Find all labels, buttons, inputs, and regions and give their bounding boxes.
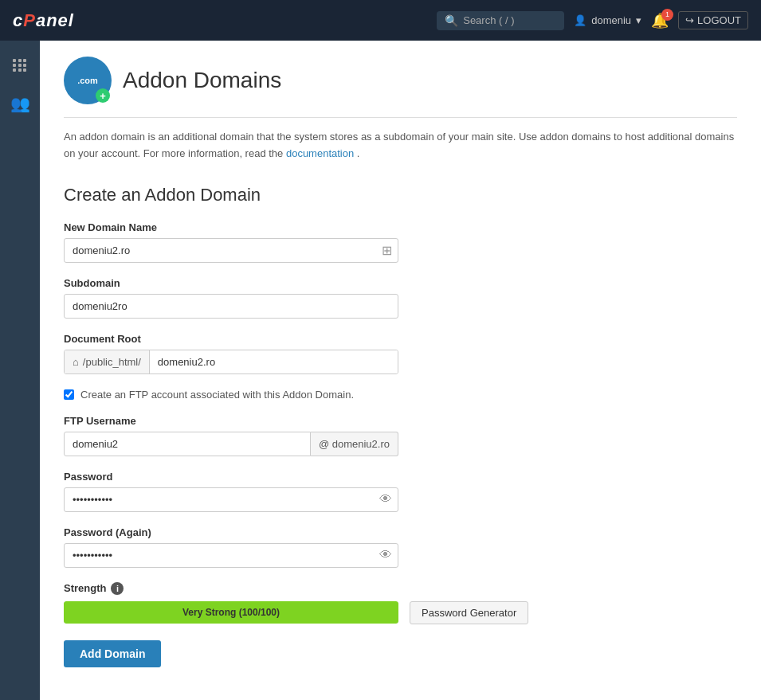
ftp-checkbox-row: Create an FTP account associated with th… (64, 389, 737, 401)
doc-root-prefix: ⌂ /public_html/ (65, 350, 150, 373)
strength-label-row: Strength i (64, 582, 737, 595)
subdomain-label: Subdomain (64, 277, 737, 289)
search-icon: 🔍 (445, 14, 458, 27)
page-header: .com + Addon Domains (64, 57, 737, 104)
new-domain-group: New Domain Name ⊞ (64, 221, 737, 263)
doc-root-label: Document Root (64, 333, 737, 345)
logout-button[interactable]: ↪ LOGOUT (678, 11, 748, 29)
page-icon-badge: + (96, 88, 110, 103)
strength-group: Strength i Very Strong (100/100) Passwor… (64, 582, 737, 624)
add-domain-button[interactable]: Add Domain (64, 640, 161, 667)
page-title: Addon Domains (123, 68, 281, 93)
password-field-wrapper: 👁 (64, 487, 398, 512)
doc-root-row: ⌂ /public_html/ (64, 350, 398, 374)
domain-input-icon: ⊞ (382, 243, 392, 258)
user-menu[interactable]: 👤 domeniu ▾ (574, 14, 641, 26)
logout-label: LOGOUT (697, 14, 741, 26)
new-domain-label: New Domain Name (64, 221, 737, 233)
main-layout: 👥 .com + Addon Domains An addon domain i… (0, 41, 761, 700)
password-generator-button[interactable]: Password Generator (410, 601, 528, 624)
main-content: .com + Addon Domains An addon domain is … (40, 41, 761, 700)
top-navigation: cPanel 🔍 Search ( / ) 👤 domeniu ▾ 🔔 1 ↪ … (0, 0, 761, 41)
subdomain-input[interactable] (64, 294, 398, 319)
home-icon: ⌂ (73, 356, 79, 368)
logout-icon: ↪ (685, 14, 694, 26)
strength-text: Very Strong (100/100) (182, 607, 280, 618)
sidebar-item-users[interactable]: 👥 (5, 88, 35, 119)
password-again-input[interactable] (64, 543, 398, 568)
ftp-username-input[interactable] (64, 432, 311, 456)
strength-row: Very Strong (100/100) Password Generator (64, 601, 737, 624)
brand-logo: cPanel (13, 10, 74, 31)
description-text: An addon domain is an additional domain … (64, 131, 734, 159)
password-again-toggle-icon[interactable]: 👁 (379, 548, 392, 562)
ftp-checkbox-label: Create an FTP account associated with th… (80, 389, 354, 401)
strength-label-text: Strength (64, 582, 106, 594)
form-section-title: Create an Addon Domain (64, 185, 737, 205)
page-icon: .com + (64, 57, 112, 104)
sidebar-item-grid[interactable] (5, 50, 35, 80)
chevron-down-icon: ▾ (636, 14, 641, 26)
search-box[interactable]: 🔍 Search ( / ) (437, 11, 564, 30)
password-input[interactable] (64, 487, 398, 512)
sidebar: 👥 (0, 41, 40, 700)
strength-info-icon[interactable]: i (111, 582, 124, 595)
new-domain-field-wrapper: ⊞ (64, 238, 398, 263)
description-suffix: . (357, 147, 360, 159)
password-label: Password (64, 471, 737, 483)
new-domain-input[interactable] (64, 238, 398, 263)
password-toggle-icon[interactable]: 👁 (379, 492, 392, 506)
doc-root-group: Document Root ⌂ /public_html/ (64, 333, 737, 374)
password-group: Password 👁 (64, 471, 737, 512)
ftp-domain-suffix: @ domeniu2.ro (311, 432, 398, 456)
password-again-group: Password (Again) 👁 (64, 526, 737, 568)
subdomain-group: Subdomain (64, 277, 737, 319)
ftp-checkbox[interactable] (64, 389, 74, 400)
password-again-label: Password (Again) (64, 526, 737, 538)
ftp-username-group: FTP Username @ domeniu2.ro (64, 415, 737, 456)
user-icon: 👤 (574, 14, 586, 26)
user-name: domeniu (591, 14, 631, 26)
notifications-bell[interactable]: 🔔 1 (651, 12, 669, 29)
password-again-field-wrapper: 👁 (64, 543, 398, 568)
doc-root-input[interactable] (150, 350, 398, 373)
page-description: An addon domain is an additional domain … (64, 117, 737, 162)
documentation-link[interactable]: documentation (286, 147, 354, 159)
ftp-username-row: @ domeniu2.ro (64, 432, 398, 456)
ftp-username-label: FTP Username (64, 415, 737, 427)
notification-count: 1 (661, 9, 673, 21)
search-placeholder: Search ( / ) (463, 14, 514, 26)
strength-bar-wrapper: Very Strong (100/100) (64, 601, 398, 624)
